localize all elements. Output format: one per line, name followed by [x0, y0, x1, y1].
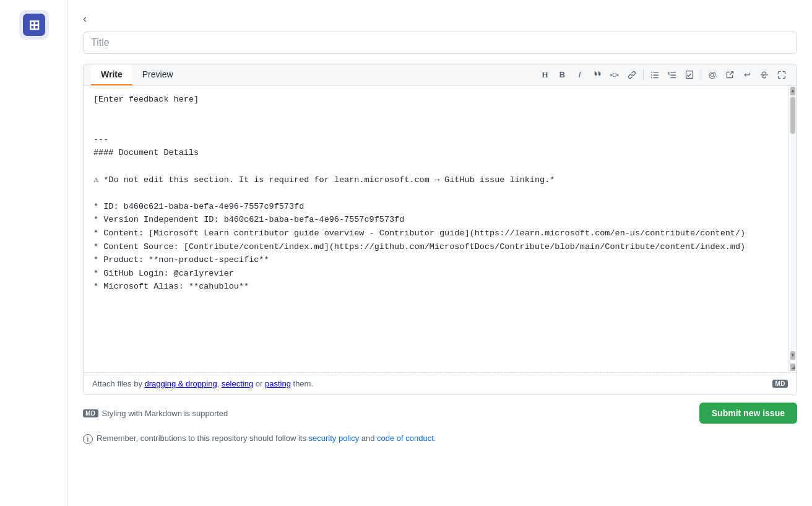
quote-btn[interactable] [590, 68, 605, 82]
ordered-list-btn[interactable] [665, 68, 680, 82]
footer-bar: MD Styling with Markdown is supported Su… [83, 403, 797, 424]
heading-btn[interactable]: H [538, 68, 553, 82]
logo: ⊞ [19, 10, 49, 41]
code-of-conduct-link[interactable]: code of conduct [377, 434, 434, 443]
editor-body: [Enter feedback here] --- #### Document … [84, 85, 797, 372]
sidebar: ⊞ [0, 0, 68, 506]
preview-tab[interactable]: Preview [132, 64, 183, 85]
unordered-list-btn[interactable] [647, 68, 662, 82]
scroll-down-btn[interactable]: ▼ [790, 351, 795, 360]
title-input[interactable] [83, 32, 797, 54]
task-list-btn[interactable] [682, 68, 697, 82]
bold-btn[interactable]: B [555, 68, 570, 82]
undo-btn[interactable]: ↩ [740, 68, 754, 82]
info-icon: i [83, 434, 93, 444]
scrollbar-thumb[interactable] [790, 97, 795, 134]
editor-tabs-bar: Write Preview H B I [84, 64, 797, 85]
editor-container: Write Preview H B I [83, 64, 797, 395]
attach-bar: Attach files by dragging & dropping, sel… [84, 372, 797, 395]
fullscreen-btn[interactable] [774, 68, 789, 82]
md-badge-footer: MD [83, 409, 98, 417]
drag-drop-link[interactable]: dragging & dropping [145, 379, 217, 388]
markdown-label: Styling with Markdown is supported [102, 409, 228, 418]
scroll-up-btn[interactable]: ▲ [790, 87, 795, 95]
reference-btn[interactable] [722, 68, 737, 82]
main-content: ‹ Write Preview H B I [68, 0, 812, 506]
submit-new-issue-button[interactable]: Submit new issue [699, 403, 797, 424]
pasting-link[interactable]: pasting [265, 379, 291, 388]
write-tab[interactable]: Write [91, 64, 132, 85]
strikethrough-btn[interactable] [757, 68, 772, 82]
selecting-link[interactable]: selecting [222, 379, 253, 388]
editor-textarea[interactable]: [Enter feedback here] --- #### Document … [84, 85, 788, 370]
scroll-corner: ◢ [790, 364, 795, 371]
attach-text: Attach files by dragging & dropping, sel… [92, 379, 313, 388]
link-btn[interactable] [624, 68, 639, 82]
footer-note-text: Remember, contributions to this reposito… [97, 434, 436, 443]
code-btn[interactable]: <> [607, 68, 622, 82]
italic-btn[interactable]: I [572, 68, 587, 82]
footer-note: i Remember, contributions to this reposi… [83, 434, 797, 444]
svg-text:⊞: ⊞ [28, 17, 40, 33]
footer-left: MD Styling with Markdown is supported [83, 409, 228, 418]
md-badge-attach: MD [772, 380, 788, 388]
security-policy-link[interactable]: security policy [309, 434, 360, 443]
back-arrow[interactable]: ‹ [83, 12, 87, 25]
editor-toolbar: H B I <> [538, 68, 789, 82]
scrollbar-track[interactable]: ▲ ▼ ◢ [788, 85, 797, 372]
mention-btn[interactable]: @ [705, 68, 720, 82]
